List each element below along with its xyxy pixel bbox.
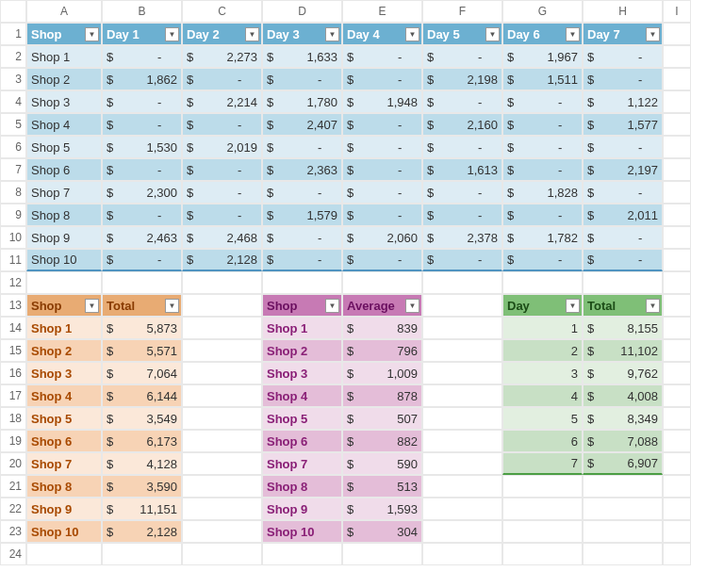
main-shop-name[interactable]: Shop 8 [26,204,102,226]
cell[interactable]: $- [422,181,502,204]
avg-shop-name[interactable]: Shop 8 [262,475,342,498]
cell[interactable] [422,362,502,384]
cell[interactable]: $- [502,204,583,226]
main-header-day[interactable]: Day 1▼ [102,23,182,45]
cell[interactable] [182,430,262,452]
cell[interactable] [663,45,691,68]
avg-shop-name[interactable]: Shop 1 [262,317,342,339]
cell[interactable] [262,543,342,565]
filter-dropdown-icon[interactable]: ▼ [405,299,419,313]
day-number[interactable]: 4 [502,384,583,407]
cell[interactable] [663,339,691,362]
cell[interactable]: $7,088 [583,430,663,452]
avg-shop-name[interactable]: Shop 4 [262,384,342,407]
cell[interactable]: $4,128 [102,452,182,475]
day-header-total[interactable]: Total▼ [583,294,663,317]
main-shop-name[interactable]: Shop 4 [26,113,102,136]
col-header[interactable]: B [102,0,182,23]
filter-dropdown-icon[interactable]: ▼ [85,27,99,41]
cell[interactable] [182,294,262,317]
row-header[interactable]: 19 [0,430,26,452]
cell[interactable] [422,452,502,475]
cell[interactable] [182,520,262,543]
cell[interactable] [262,271,342,294]
cell[interactable]: $1,009 [342,362,422,384]
cell[interactable]: $507 [342,407,422,430]
cell[interactable]: $- [342,136,422,158]
cell[interactable]: $2,363 [262,158,342,181]
cell[interactable]: $- [583,68,663,90]
totals-shop-name[interactable]: Shop 6 [26,430,102,452]
cell[interactable]: $- [262,249,342,271]
cell[interactable] [663,430,691,452]
cell[interactable] [663,136,691,158]
cell[interactable] [422,475,502,498]
cell[interactable] [342,543,422,565]
cell[interactable] [422,543,502,565]
cell[interactable]: $- [102,204,182,226]
cell[interactable] [182,475,262,498]
cell[interactable]: $2,160 [422,113,502,136]
cell[interactable] [26,271,102,294]
cell[interactable] [502,498,583,520]
cell[interactable]: $878 [342,384,422,407]
cell[interactable]: $2,214 [182,90,262,113]
cell[interactable]: $1,780 [262,90,342,113]
main-shop-name[interactable]: Shop 1 [26,45,102,68]
cell[interactable]: $8,155 [583,317,663,339]
totals-shop-name[interactable]: Shop 8 [26,475,102,498]
cell[interactable] [502,520,583,543]
row-header[interactable]: 2 [0,45,26,68]
cell[interactable] [663,23,691,45]
col-header[interactable]: D [262,0,342,23]
day-number[interactable]: 1 [502,317,583,339]
row-header[interactable]: 10 [0,226,26,249]
cell[interactable]: $2,060 [342,226,422,249]
col-header[interactable]: H [583,0,663,23]
filter-dropdown-icon[interactable]: ▼ [325,27,339,41]
main-shop-name[interactable]: Shop 2 [26,68,102,90]
cell[interactable]: $1,828 [502,181,583,204]
cell[interactable]: $- [102,45,182,68]
row-header[interactable]: 5 [0,113,26,136]
cell[interactable]: $- [342,181,422,204]
row-header[interactable]: 6 [0,136,26,158]
cell[interactable]: $- [182,113,262,136]
filter-dropdown-icon[interactable]: ▼ [646,27,660,41]
cell[interactable]: $2,197 [583,158,663,181]
cell[interactable] [663,543,691,565]
main-shop-name[interactable]: Shop 9 [26,226,102,249]
totals-shop-name[interactable]: Shop 3 [26,362,102,384]
cell[interactable]: $- [422,204,502,226]
cell[interactable] [583,520,663,543]
filter-dropdown-icon[interactable]: ▼ [165,299,179,313]
cell[interactable] [422,498,502,520]
cell[interactable] [502,271,583,294]
cell[interactable]: $1,613 [422,158,502,181]
row-header[interactable]: 4 [0,90,26,113]
cell[interactable]: $- [583,45,663,68]
totals-shop-name[interactable]: Shop 4 [26,384,102,407]
cell[interactable] [182,271,262,294]
row-header[interactable]: 17 [0,384,26,407]
cell[interactable]: $- [583,181,663,204]
cell[interactable]: $2,019 [182,136,262,158]
cell[interactable]: $2,198 [422,68,502,90]
cell[interactable]: $- [262,226,342,249]
filter-dropdown-icon[interactable]: ▼ [646,299,660,313]
cell[interactable] [422,271,502,294]
cell[interactable]: $1,122 [583,90,663,113]
row-header[interactable]: 15 [0,339,26,362]
cell[interactable]: $590 [342,452,422,475]
main-shop-name[interactable]: Shop 5 [26,136,102,158]
day-number[interactable]: 5 [502,407,583,430]
cell[interactable] [182,407,262,430]
cell[interactable] [663,498,691,520]
cell[interactable]: $- [342,249,422,271]
cell[interactable]: $- [342,158,422,181]
cell[interactable] [422,317,502,339]
cell[interactable]: $7,064 [102,362,182,384]
row-header[interactable]: 20 [0,452,26,475]
main-header-day[interactable]: Day 3▼ [262,23,342,45]
cell[interactable] [663,249,691,271]
